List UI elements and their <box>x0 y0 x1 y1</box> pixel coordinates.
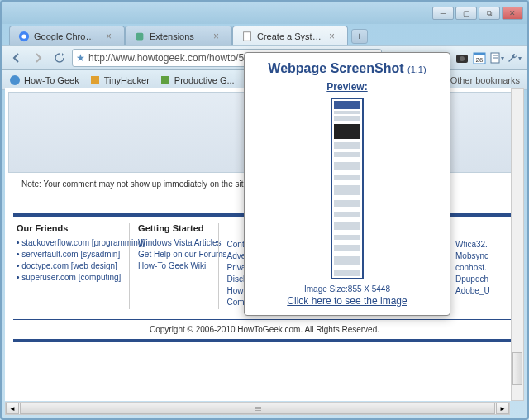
vertical-scrollbar[interactable] <box>511 88 524 401</box>
close-button[interactable]: ✕ <box>502 7 523 20</box>
tab-google-chrome[interactable]: Google Chrome ... × <box>9 26 125 45</box>
svg-rect-12 <box>474 53 485 55</box>
tab-create-system[interactable]: Create a System ... × <box>232 26 348 45</box>
footer-col-processes3: Wfica32.Mobsyncconhost.DpupdchAdobe_U <box>446 223 512 309</box>
svg-point-1 <box>21 34 26 38</box>
tab-close-icon[interactable]: × <box>329 31 339 41</box>
footer-link[interactable]: Adobe_U <box>455 286 512 295</box>
reload-button[interactable] <box>50 49 69 67</box>
copyright: Copyright © 2006-2010 HowToGeek.com. All… <box>13 319 516 342</box>
camera-icon[interactable] <box>455 50 469 65</box>
footer-link[interactable]: Mobsync <box>455 251 512 260</box>
tab-strip: Google Chrome ... × Extensions × Create … <box>2 24 527 45</box>
tab-extensions[interactable]: Extensions × <box>125 26 232 45</box>
puzzle-icon <box>134 31 145 42</box>
footer-link[interactable]: stackoverflow.com [programming] <box>17 238 122 247</box>
footer-link[interactable]: How-To Geek Wiki <box>138 261 212 270</box>
minimize-button[interactable]: ─ <box>432 7 454 20</box>
tab-label: Create a System ... <box>257 31 325 41</box>
page-icon <box>241 31 253 42</box>
footer-link[interactable]: Get Help on our Forums <box>138 250 212 259</box>
svg-text:26: 26 <box>476 56 484 64</box>
svg-rect-18 <box>91 76 99 84</box>
footer-link[interactable]: serverfault.com [sysadmin] <box>17 250 122 259</box>
footer-link[interactable]: conhost. <box>455 263 512 272</box>
tab-label: Extensions <box>150 31 209 41</box>
preview-label: Preview: <box>253 81 441 93</box>
footer-link[interactable]: Windows Vista Articles <box>138 238 212 247</box>
wrench-icon[interactable]: ▾ <box>507 50 522 65</box>
footer-col-friends: Our Friends stackoverflow.com [programmi… <box>17 223 122 309</box>
scrollbar-thumb[interactable] <box>20 403 495 414</box>
scroll-left-button[interactable]: ◄ <box>6 403 19 414</box>
svg-rect-19 <box>161 76 169 84</box>
horizontal-scrollbar[interactable]: ◄ ► <box>5 402 510 415</box>
forward-button[interactable] <box>29 49 47 67</box>
tab-close-icon[interactable]: × <box>106 31 116 41</box>
tab-close-icon[interactable]: × <box>213 31 223 41</box>
popup-title: Webpage ScreenShot (1.1) <box>253 61 441 76</box>
see-image-link[interactable]: Click here to see the image <box>253 295 441 307</box>
preview-thumbnail[interactable] <box>331 98 364 279</box>
favicon-icon <box>89 74 101 86</box>
footer-link[interactable]: Dpupdch <box>455 274 512 284</box>
bookmark-howtogeek[interactable]: How-To Geek <box>9 74 79 86</box>
window-controls: ─ ▢ ⧉ ✕ <box>432 7 523 20</box>
chrome-icon <box>18 31 30 42</box>
calendar-icon[interactable]: 26 <box>472 50 487 65</box>
svg-rect-3 <box>244 31 251 41</box>
restore-button[interactable]: ⧉ <box>479 7 500 20</box>
back-button[interactable] <box>7 49 26 67</box>
svg-rect-2 <box>136 32 144 40</box>
svg-point-10 <box>460 56 465 61</box>
page-menu-icon[interactable]: ▾ <box>489 50 504 65</box>
other-bookmarks[interactable]: » Other bookmarks <box>442 75 520 85</box>
bookmark-productive[interactable]: Productive G... <box>160 74 235 86</box>
footer-col-getting-started: Getting Started Windows Vista ArticlesGe… <box>129 223 212 309</box>
favicon-icon <box>160 74 171 86</box>
footer-link[interactable]: Wfica32. <box>455 240 512 249</box>
scroll-right-button[interactable]: ► <box>496 403 509 414</box>
tab-label: Google Chrome ... <box>34 31 102 41</box>
window-titlebar: ─ ▢ ⧉ ✕ <box>2 2 527 24</box>
footer-link[interactable]: doctype.com [web design] <box>17 261 122 270</box>
new-tab-button[interactable]: + <box>351 29 368 44</box>
scrollbar-thumb[interactable] <box>512 352 522 385</box>
svg-point-17 <box>10 75 20 85</box>
bookmark-star-icon[interactable]: ★ <box>76 52 85 64</box>
footer-link[interactable]: superuser.com [computing] <box>17 273 122 282</box>
image-size-text: Image Size:855 X 5448 <box>253 284 441 294</box>
maximize-button[interactable]: ▢ <box>455 7 477 20</box>
favicon-icon <box>9 74 21 86</box>
screenshot-popup: Webpage ScreenShot (1.1) Preview: Image … <box>244 52 450 316</box>
bookmark-tinyhacker[interactable]: TinyHacker <box>89 74 150 86</box>
